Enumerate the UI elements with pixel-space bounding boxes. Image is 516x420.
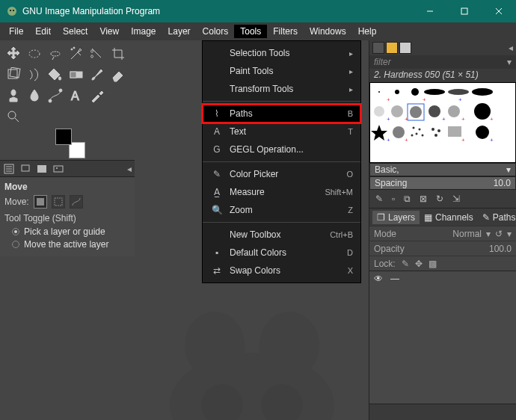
menu-item-default-colors[interactable]: ▪Default ColorsD xyxy=(203,244,360,262)
open-as-image-icon[interactable]: ⇲ xyxy=(452,194,460,204)
transform-icon[interactable] xyxy=(3,64,24,85)
gradient-icon[interactable] xyxy=(66,64,87,85)
chevron-down-icon[interactable]: ▾ xyxy=(486,229,491,239)
menu-image[interactable]: Image xyxy=(125,25,162,38)
menu-item-paint-tools[interactable]: Paint Tools▸ xyxy=(203,62,360,80)
menu-item-label: Text xyxy=(230,126,348,137)
images-tab[interactable] xyxy=(52,163,64,175)
mode-select[interactable]: Normal xyxy=(452,229,482,239)
menu-item-gegl-operation[interactable]: GGEGL Operation... xyxy=(203,140,360,158)
maximize-button[interactable] xyxy=(447,0,482,22)
brush-dock-menu-icon[interactable]: ◂ xyxy=(509,43,513,53)
eraser-icon[interactable] xyxy=(108,64,129,85)
move-tool-icon[interactable] xyxy=(3,43,24,64)
lock-pixels-icon[interactable]: ✎ xyxy=(402,259,409,269)
filter-dropdown-icon[interactable]: ▾ xyxy=(507,57,512,67)
tab-channels[interactable]: ▦Channels xyxy=(420,211,478,224)
paths-tool-icon[interactable] xyxy=(45,85,66,106)
fonts-activator[interactable] xyxy=(399,42,411,54)
tab-layers[interactable]: ❐Layers xyxy=(372,211,420,224)
svg-point-52 xyxy=(434,134,437,137)
zoom-tool-icon[interactable] xyxy=(3,106,24,127)
menu-filters[interactable]: Filters xyxy=(267,25,304,38)
menu-help[interactable]: Help xyxy=(352,25,383,38)
menu-item-text[interactable]: ATextT xyxy=(203,123,360,140)
edit-brush-icon[interactable]: ✎ xyxy=(375,194,383,204)
patterns-activator[interactable] xyxy=(386,42,398,54)
move-mode-path-icon[interactable] xyxy=(70,195,83,209)
tab-paths[interactable]: ✎Paths xyxy=(478,211,516,224)
undo-history-tab[interactable] xyxy=(36,163,48,175)
svg-point-32 xyxy=(411,88,419,96)
free-select-icon[interactable] xyxy=(45,43,66,64)
window-title: GNU Image Manipulation Program xyxy=(22,6,413,16)
menu-item-paths[interactable]: ⌇PathsB xyxy=(203,105,360,123)
fg-color-swatch[interactable] xyxy=(55,129,72,145)
lock-position-icon[interactable]: ✥ xyxy=(415,259,423,269)
color-picker-icon[interactable] xyxy=(87,85,108,106)
clone-icon[interactable] xyxy=(3,85,24,106)
menu-view[interactable]: View xyxy=(93,25,125,38)
radio-pick-layer[interactable]: Pick a layer or guide xyxy=(12,226,130,237)
close-button[interactable] xyxy=(482,0,516,22)
move-mode-selection-icon[interactable] xyxy=(52,195,65,209)
spacing-slider[interactable]: Spacing10.0 xyxy=(369,176,516,190)
minimize-button[interactable] xyxy=(413,0,447,22)
menu-item-accel: Z xyxy=(348,206,353,214)
fuzzy-select-icon[interactable] xyxy=(66,43,87,64)
opacity-slider[interactable]: Opacity 100.0 xyxy=(369,241,516,256)
chevron-down-icon[interactable]: ▾ xyxy=(507,229,512,239)
new-brush-icon[interactable]: ▫ xyxy=(392,194,395,204)
device-status-tab[interactable] xyxy=(19,163,31,175)
brush-preset-select[interactable]: Basic,▾ xyxy=(369,163,516,176)
brushes-activator[interactable] xyxy=(372,42,384,54)
brush-filter-input[interactable]: filter ▾ xyxy=(369,55,516,69)
menu-item-color-picker[interactable]: ✎Color PickerO xyxy=(203,165,360,183)
lock-alpha-icon[interactable]: ▩ xyxy=(429,259,437,269)
svg-point-7 xyxy=(29,50,40,58)
smudge-icon[interactable] xyxy=(24,85,45,106)
fg-bg-swatch[interactable] xyxy=(55,129,85,158)
refresh-brushes-icon[interactable]: ↻ xyxy=(436,194,443,204)
menu-colors[interactable]: Colors xyxy=(197,25,235,38)
ellipse-select-icon[interactable] xyxy=(24,43,45,64)
text-tool-icon[interactable]: A xyxy=(66,85,87,106)
menu-item-icon: ⌇ xyxy=(210,108,224,119)
bucket-fill-icon[interactable] xyxy=(45,64,66,85)
menu-item-swap-colors[interactable]: ⇄Swap ColorsX xyxy=(203,262,360,280)
warp-icon[interactable] xyxy=(24,64,45,85)
move-mode-layer-icon[interactable] xyxy=(34,195,47,209)
brush-icon[interactable] xyxy=(87,64,108,85)
layer-list[interactable]: 👁 — xyxy=(369,271,516,404)
menu-item-new-toolbox[interactable]: New ToolboxCtrl+B xyxy=(203,226,360,244)
dock-menu-arrow-icon[interactable]: ◂ xyxy=(127,164,132,174)
delete-brush-icon[interactable]: ⊠ xyxy=(420,194,427,204)
radio-move-active[interactable]: Move the active layer xyxy=(12,239,130,250)
svg-rect-4 xyxy=(461,8,467,14)
crop-tool-icon[interactable] xyxy=(108,43,129,64)
menu-item-label: Zoom xyxy=(230,205,348,215)
menu-windows[interactable]: Windows xyxy=(304,25,352,38)
svg-rect-23 xyxy=(37,198,44,206)
mode-reset-icon[interactable]: ↺ xyxy=(495,229,503,239)
menu-layer[interactable]: Layer xyxy=(162,25,197,38)
visibility-icon[interactable]: 👁 xyxy=(374,274,383,284)
menu-select[interactable]: Select xyxy=(57,25,93,38)
menu-tools[interactable]: Tools xyxy=(234,25,267,38)
menu-item-measure[interactable]: A̲MeasureShift+M xyxy=(203,183,360,201)
scissors-icon[interactable] xyxy=(87,43,108,64)
brush-grid[interactable]: + + + + + + + + + + + + xyxy=(369,82,516,163)
menu-item-transform-tools[interactable]: Transform Tools▸ xyxy=(203,80,360,98)
menu-edit[interactable]: Edit xyxy=(29,25,57,38)
svg-point-44 xyxy=(393,126,405,138)
menu-file[interactable]: File xyxy=(3,25,29,38)
opacity-label: Opacity xyxy=(374,244,405,254)
svg-marker-43 xyxy=(371,125,387,140)
menu-item-zoom[interactable]: 🔍ZoomZ xyxy=(203,201,360,219)
radio-on-icon xyxy=(12,228,19,235)
toolbox: A xyxy=(0,40,135,160)
duplicate-brush-icon[interactable]: ⧉ xyxy=(404,194,411,204)
menu-item-selection-tools[interactable]: Selection Tools▸ xyxy=(203,44,360,62)
link-icon[interactable]: — xyxy=(390,274,399,284)
tool-options-tab[interactable] xyxy=(3,163,15,175)
